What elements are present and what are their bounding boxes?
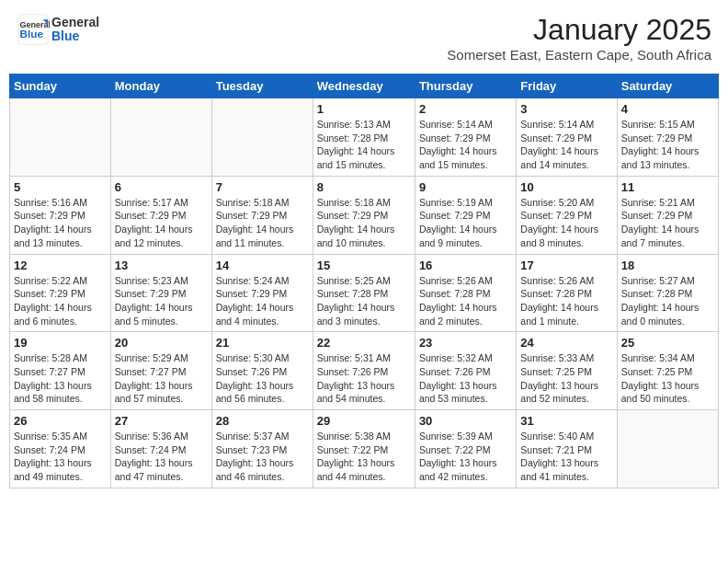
day-number: 9: [419, 180, 512, 194]
day-info: Sunrise: 5:16 AM Sunset: 7:29 PM Dayligh…: [14, 196, 107, 250]
calendar-week-5: 26Sunrise: 5:35 AM Sunset: 7:24 PM Dayli…: [10, 410, 719, 488]
day-info: Sunrise: 5:18 AM Sunset: 7:29 PM Dayligh…: [216, 196, 309, 250]
calendar-day-cell: 22Sunrise: 5:31 AM Sunset: 7:26 PM Dayli…: [313, 332, 415, 410]
weekday-header-wednesday: Wednesday: [313, 75, 415, 98]
calendar-day-cell: [211, 98, 313, 177]
page-header: General Blue General Blue January 2025 S…: [9, 9, 719, 66]
day-info: Sunrise: 5:14 AM Sunset: 7:29 PM Dayligh…: [520, 118, 612, 172]
logo-blue: Blue: [51, 29, 99, 43]
calendar-day-cell: 1Sunrise: 5:13 AM Sunset: 7:28 PM Daylig…: [313, 98, 415, 177]
day-info: Sunrise: 5:21 AM Sunset: 7:29 PM Dayligh…: [621, 196, 714, 250]
calendar-day-cell: 17Sunrise: 5:26 AM Sunset: 7:28 PM Dayli…: [517, 254, 617, 332]
weekday-header-sunday: Sunday: [10, 75, 111, 98]
day-info: Sunrise: 5:38 AM Sunset: 7:22 PM Dayligh…: [317, 430, 411, 484]
calendar-day-cell: 16Sunrise: 5:26 AM Sunset: 7:28 PM Dayli…: [415, 254, 516, 332]
calendar-day-cell: 6Sunrise: 5:17 AM Sunset: 7:29 PM Daylig…: [110, 176, 211, 254]
day-info: Sunrise: 5:28 AM Sunset: 7:27 PM Dayligh…: [14, 351, 107, 406]
day-number: 15: [317, 259, 411, 272]
day-number: 5: [14, 180, 107, 194]
logo: General Blue General Blue: [17, 13, 99, 46]
calendar-day-cell: 5Sunrise: 5:16 AM Sunset: 7:29 PM Daylig…: [10, 176, 111, 254]
calendar-day-cell: 19Sunrise: 5:28 AM Sunset: 7:27 PM Dayli…: [10, 332, 111, 410]
day-number: 3: [520, 102, 612, 116]
day-number: 18: [621, 259, 714, 272]
day-number: 20: [115, 336, 208, 350]
day-info: Sunrise: 5:29 AM Sunset: 7:27 PM Dayligh…: [115, 351, 208, 406]
day-number: 6: [115, 180, 208, 194]
calendar-day-cell: 26Sunrise: 5:35 AM Sunset: 7:24 PM Dayli…: [10, 410, 111, 488]
calendar-day-cell: 28Sunrise: 5:37 AM Sunset: 7:23 PM Dayli…: [211, 410, 313, 488]
calendar-day-cell: 31Sunrise: 5:40 AM Sunset: 7:21 PM Dayli…: [517, 410, 617, 488]
calendar-week-4: 19Sunrise: 5:28 AM Sunset: 7:27 PM Dayli…: [10, 332, 719, 410]
month-title: January 2025: [447, 13, 711, 47]
calendar-day-cell: [617, 410, 718, 488]
day-info: Sunrise: 5:40 AM Sunset: 7:21 PM Dayligh…: [520, 430, 612, 484]
day-info: Sunrise: 5:17 AM Sunset: 7:29 PM Dayligh…: [115, 196, 208, 250]
logo-icon: General Blue: [17, 13, 50, 46]
day-info: Sunrise: 5:26 AM Sunset: 7:28 PM Dayligh…: [419, 274, 512, 328]
calendar-day-cell: 23Sunrise: 5:32 AM Sunset: 7:26 PM Dayli…: [415, 332, 516, 410]
day-number: 11: [621, 180, 714, 194]
day-info: Sunrise: 5:25 AM Sunset: 7:28 PM Dayligh…: [317, 274, 411, 328]
calendar-day-cell: 3Sunrise: 5:14 AM Sunset: 7:29 PM Daylig…: [517, 98, 617, 177]
calendar-day-cell: 21Sunrise: 5:30 AM Sunset: 7:26 PM Dayli…: [211, 332, 313, 410]
calendar-week-1: 1Sunrise: 5:13 AM Sunset: 7:28 PM Daylig…: [10, 98, 719, 177]
day-info: Sunrise: 5:27 AM Sunset: 7:28 PM Dayligh…: [621, 274, 714, 328]
day-info: Sunrise: 5:24 AM Sunset: 7:29 PM Dayligh…: [216, 274, 309, 328]
calendar-day-cell: [110, 98, 211, 177]
calendar-table: SundayMondayTuesdayWednesdayThursdayFrid…: [9, 74, 719, 488]
day-number: 31: [520, 414, 612, 428]
day-number: 24: [520, 336, 612, 350]
day-number: 23: [419, 336, 512, 350]
day-number: 7: [216, 180, 309, 194]
day-number: 16: [419, 259, 512, 272]
calendar-day-cell: 29Sunrise: 5:38 AM Sunset: 7:22 PM Dayli…: [313, 410, 415, 488]
day-info: Sunrise: 5:20 AM Sunset: 7:29 PM Dayligh…: [520, 196, 612, 250]
day-info: Sunrise: 5:39 AM Sunset: 7:22 PM Dayligh…: [419, 430, 512, 484]
day-info: Sunrise: 5:36 AM Sunset: 7:24 PM Dayligh…: [115, 430, 208, 484]
calendar-day-cell: 7Sunrise: 5:18 AM Sunset: 7:29 PM Daylig…: [211, 176, 313, 254]
calendar-day-cell: 25Sunrise: 5:34 AM Sunset: 7:25 PM Dayli…: [617, 332, 718, 410]
calendar-day-cell: 8Sunrise: 5:18 AM Sunset: 7:29 PM Daylig…: [313, 176, 415, 254]
calendar-day-cell: 9Sunrise: 5:19 AM Sunset: 7:29 PM Daylig…: [415, 176, 516, 254]
day-info: Sunrise: 5:33 AM Sunset: 7:25 PM Dayligh…: [520, 351, 612, 406]
calendar-week-2: 5Sunrise: 5:16 AM Sunset: 7:29 PM Daylig…: [10, 176, 719, 254]
weekday-header-row: SundayMondayTuesdayWednesdayThursdayFrid…: [10, 75, 719, 98]
day-number: 21: [216, 336, 309, 350]
day-info: Sunrise: 5:37 AM Sunset: 7:23 PM Dayligh…: [216, 430, 309, 484]
calendar-day-cell: 4Sunrise: 5:15 AM Sunset: 7:29 PM Daylig…: [617, 98, 718, 177]
day-number: 25: [621, 336, 714, 350]
calendar-day-cell: 11Sunrise: 5:21 AM Sunset: 7:29 PM Dayli…: [617, 176, 718, 254]
day-info: Sunrise: 5:30 AM Sunset: 7:26 PM Dayligh…: [216, 351, 309, 406]
day-info: Sunrise: 5:34 AM Sunset: 7:25 PM Dayligh…: [621, 351, 714, 406]
day-info: Sunrise: 5:35 AM Sunset: 7:24 PM Dayligh…: [14, 430, 107, 484]
calendar-day-cell: [10, 98, 111, 177]
day-number: 2: [419, 102, 512, 116]
calendar-day-cell: 30Sunrise: 5:39 AM Sunset: 7:22 PM Dayli…: [415, 410, 516, 488]
calendar-day-cell: 2Sunrise: 5:14 AM Sunset: 7:29 PM Daylig…: [415, 98, 516, 177]
day-info: Sunrise: 5:26 AM Sunset: 7:28 PM Dayligh…: [520, 274, 612, 328]
calendar-day-cell: 18Sunrise: 5:27 AM Sunset: 7:28 PM Dayli…: [617, 254, 718, 332]
day-number: 28: [216, 414, 309, 428]
location-subtitle: Somerset East, Eastern Cape, South Afric…: [447, 47, 711, 63]
day-number: 19: [14, 336, 107, 350]
calendar-day-cell: 14Sunrise: 5:24 AM Sunset: 7:29 PM Dayli…: [211, 254, 313, 332]
weekday-header-monday: Monday: [110, 75, 211, 98]
day-number: 8: [317, 180, 411, 194]
day-info: Sunrise: 5:15 AM Sunset: 7:29 PM Dayligh…: [621, 118, 714, 172]
calendar-day-cell: 12Sunrise: 5:22 AM Sunset: 7:29 PM Dayli…: [10, 254, 111, 332]
weekday-header-tuesday: Tuesday: [211, 75, 313, 98]
day-number: 26: [14, 414, 107, 428]
day-info: Sunrise: 5:32 AM Sunset: 7:26 PM Dayligh…: [419, 351, 512, 406]
day-number: 30: [419, 414, 512, 428]
day-number: 29: [317, 414, 411, 428]
calendar-day-cell: 13Sunrise: 5:23 AM Sunset: 7:29 PM Dayli…: [110, 254, 211, 332]
day-info: Sunrise: 5:22 AM Sunset: 7:29 PM Dayligh…: [14, 274, 107, 328]
calendar-day-cell: 15Sunrise: 5:25 AM Sunset: 7:28 PM Dayli…: [313, 254, 415, 332]
day-number: 10: [520, 180, 612, 194]
svg-text:Blue: Blue: [20, 28, 44, 40]
day-info: Sunrise: 5:19 AM Sunset: 7:29 PM Dayligh…: [419, 196, 512, 250]
title-block: January 2025 Somerset East, Eastern Cape…: [447, 13, 711, 63]
day-info: Sunrise: 5:23 AM Sunset: 7:29 PM Dayligh…: [115, 274, 208, 328]
day-number: 1: [317, 102, 411, 116]
